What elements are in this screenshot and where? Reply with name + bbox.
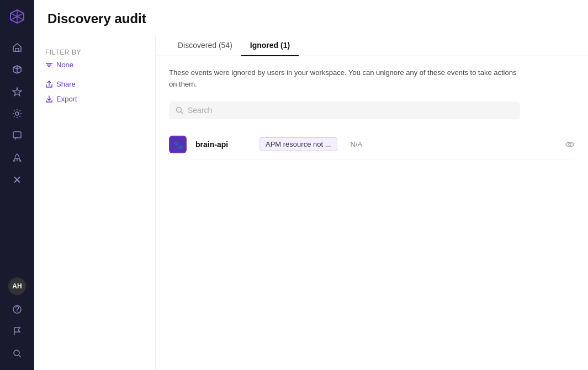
main-content: Discovery audit Filter by None	[34, 0, 588, 370]
filter-none-button[interactable]: None	[45, 61, 144, 69]
panel-body: These events were ignored by users in yo…	[156, 56, 588, 370]
eye-icon[interactable]	[565, 140, 575, 149]
svg-point-7	[14, 350, 19, 356]
item-name: brain-api	[195, 140, 251, 149]
tab-discovered[interactable]: Discovered (54)	[169, 35, 241, 56]
share-button[interactable]: Share	[45, 80, 144, 88]
box-icon[interactable]	[7, 60, 27, 79]
help-icon[interactable]	[7, 299, 27, 319]
left-panel: Filter by None Sh	[34, 35, 156, 370]
search-bottom-icon[interactable]	[7, 344, 27, 363]
logo[interactable]	[7, 7, 27, 26]
svg-point-1	[15, 112, 19, 115]
search-icon	[176, 106, 183, 114]
filter-value: None	[56, 61, 73, 69]
item-icon: 🐾	[169, 136, 187, 153]
svg-point-17	[569, 143, 571, 145]
right-panel: Discovered (54) Ignored (1) These events…	[156, 35, 588, 370]
svg-line-13	[181, 111, 183, 114]
info-text: These events were ignored by users in yo…	[169, 67, 522, 90]
star-icon[interactable]	[7, 82, 27, 101]
search-container	[169, 101, 520, 119]
item-badge[interactable]: APM resource not ...	[259, 137, 337, 151]
settings-icon[interactable]	[7, 104, 27, 124]
export-label: Export	[56, 95, 77, 103]
home-icon[interactable]	[7, 37, 27, 57]
share-label: Share	[56, 80, 76, 88]
tools-icon[interactable]	[7, 170, 27, 190]
svg-rect-2	[13, 132, 21, 138]
page-header: Discovery audit	[34, 0, 588, 35]
search-input[interactable]	[188, 106, 513, 115]
chat-icon[interactable]	[7, 126, 27, 146]
avatar[interactable]: AH	[8, 277, 26, 295]
svg-line-8	[19, 355, 21, 357]
flag-icon[interactable]	[7, 321, 27, 341]
export-button[interactable]: Export	[45, 95, 144, 103]
rocket-icon[interactable]	[7, 148, 27, 168]
tabs-bar: Discovered (54) Ignored (1)	[156, 35, 588, 56]
svg-point-6	[17, 312, 18, 313]
sidebar: AH	[0, 0, 34, 370]
item-na: N/A	[351, 140, 363, 148]
content-area: Filter by None Sh	[34, 35, 588, 370]
svg-rect-0	[15, 49, 19, 51]
page-title: Discovery audit	[47, 11, 575, 26]
tab-ignored[interactable]: Ignored (1)	[241, 35, 299, 56]
item-row: 🐾 brain-api APM resource not ... N/A	[169, 130, 575, 159]
filter-icon	[45, 61, 53, 69]
filter-label: Filter by	[45, 49, 144, 56]
share-icon	[45, 81, 53, 88]
export-icon	[45, 95, 53, 103]
svg-text:🐾: 🐾	[173, 141, 183, 150]
